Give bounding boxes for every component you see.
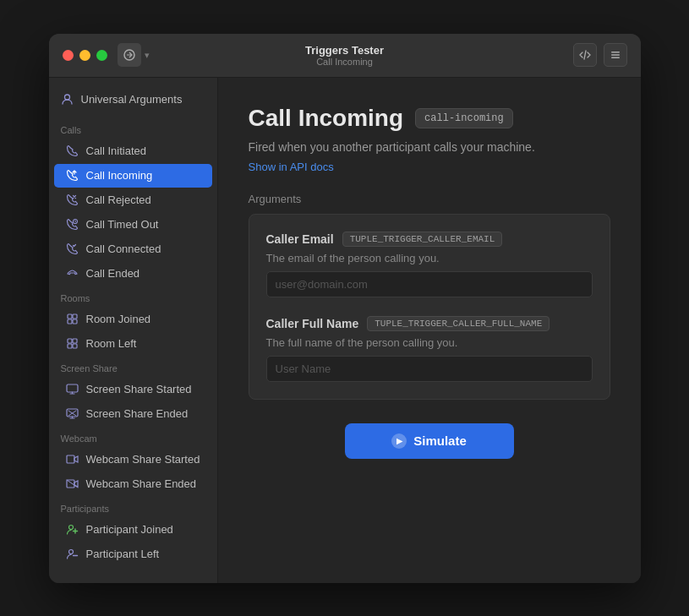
section-label-rooms: Rooms [49, 286, 217, 307]
arg-desc-caller-email: The email of the person calling you. [266, 252, 593, 264]
svg-rect-13 [73, 344, 77, 348]
maximize-button[interactable] [96, 50, 107, 61]
svg-rect-8 [68, 319, 72, 324]
svg-point-19 [69, 550, 74, 554]
titlebar-actions [573, 43, 627, 67]
argument-group-caller-fullname: Caller Full Name TUPLE_TRIGGER_CALLER_FU… [266, 316, 593, 382]
sidebar-item-participant-left-label: Participant Left [86, 548, 160, 560]
section-label-screenshare: Screen Share [49, 357, 217, 377]
window-title: Triggers Tester [305, 44, 384, 57]
arg-input-caller-fullname[interactable] [266, 356, 593, 382]
svg-point-4 [65, 95, 70, 100]
participant-joined-icon [66, 523, 79, 537]
sidebar-item-screen-share-started-label: Screen Share Started [86, 383, 192, 395]
list-view-button[interactable] [604, 43, 627, 67]
room-left-icon [66, 337, 79, 351]
sidebar: Universal Arguments Calls Call Initiated [49, 78, 218, 583]
sidebar-item-call-incoming[interactable]: Call Incoming [54, 164, 212, 188]
trigger-title: Call Incoming [249, 105, 404, 132]
titlebar-title-block: Triggers Tester Call Incoming [305, 44, 384, 67]
phone-ended-icon [66, 267, 79, 281]
participant-left-icon [66, 548, 79, 561]
svg-rect-16 [67, 455, 74, 463]
sidebar-item-screen-share-started[interactable]: Screen Share Started [54, 378, 212, 401]
svg-rect-14 [67, 384, 78, 392]
arg-name-caller-email: Caller Email [266, 232, 334, 246]
arguments-label: Arguments [249, 193, 610, 205]
code-view-button[interactable] [573, 43, 597, 67]
svg-rect-1 [611, 52, 620, 53]
arg-desc-caller-fullname: The full name of the person calling you. [266, 336, 593, 349]
svg-rect-6 [68, 314, 72, 319]
arg-header-caller-fullname: Caller Full Name TUPLE_TRIGGER_CALLER_FU… [266, 316, 593, 331]
sidebar-item-room-left-label: Room Left [86, 337, 137, 350]
arg-input-caller-email[interactable] [266, 271, 593, 297]
sidebar-item-room-left[interactable]: Room Left [54, 332, 212, 356]
sidebar-item-screen-share-ended[interactable]: Screen Share Ended [54, 402, 212, 426]
room-joined-icon [66, 313, 79, 326]
svg-rect-2 [611, 54, 620, 56]
section-label-calls: Calls [49, 118, 217, 139]
phone-timedout-icon [66, 218, 79, 232]
webcam-started-icon [66, 453, 79, 466]
app-window: ▾ Triggers Tester Call Incoming [49, 34, 641, 583]
sidebar-item-call-timedout-label: Call Timed Out [86, 218, 159, 231]
api-docs-link[interactable]: Show in API docs [249, 161, 334, 173]
play-icon: ▶ [391, 433, 407, 449]
svg-point-18 [69, 526, 74, 530]
phone-connected-icon [66, 243, 79, 256]
nav-home-icon[interactable] [118, 43, 141, 67]
sidebar-item-room-joined[interactable]: Room Joined [54, 308, 212, 331]
universal-arguments-label: Universal Arguments [81, 93, 183, 106]
close-button[interactable] [63, 50, 74, 61]
section-label-webcam: Webcam [49, 427, 217, 447]
arg-constant-caller-email: TUPLE_TRIGGER_CALLER_EMAIL [342, 232, 503, 247]
sidebar-item-webcam-started-label: Webcam Share Started [86, 453, 200, 466]
trigger-description: Fired when you another participant calls… [249, 140, 610, 154]
arg-header-caller-email: Caller Email TUPLE_TRIGGER_CALLER_EMAIL [266, 232, 593, 247]
minimize-button[interactable] [79, 50, 90, 61]
sidebar-item-call-initiated[interactable]: Call Initiated [54, 139, 212, 163]
main-panel: Call Incoming call-incoming Fired when y… [218, 78, 641, 583]
nav-controls: ▾ [118, 43, 150, 67]
sidebar-item-screen-share-ended-label: Screen Share Ended [86, 407, 189, 420]
sidebar-item-participant-joined-label: Participant Joined [86, 523, 173, 536]
sidebar-item-call-incoming-label: Call Incoming [86, 169, 153, 182]
trigger-badge: call-incoming [415, 108, 513, 128]
argument-group-caller-email: Caller Email TUPLE_TRIGGER_CALLER_EMAIL … [266, 232, 593, 297]
sidebar-item-webcam-share-ended[interactable]: Webcam Share Ended [54, 472, 212, 496]
content-area: Universal Arguments Calls Call Initiated [49, 78, 641, 583]
svg-rect-10 [68, 339, 72, 343]
arg-name-caller-fullname: Caller Full Name [266, 317, 359, 330]
sidebar-item-participant-joined[interactable]: Participant Joined [54, 518, 212, 542]
trigger-header: Call Incoming call-incoming [249, 105, 610, 132]
svg-rect-11 [73, 339, 77, 343]
sidebar-item-room-joined-label: Room Joined [86, 313, 151, 325]
sidebar-item-call-rejected-label: Call Rejected [86, 194, 151, 206]
phone-incoming-icon [66, 169, 79, 183]
sidebar-item-call-connected[interactable]: Call Connected [54, 237, 212, 261]
arg-constant-caller-fullname: TUPLE_TRIGGER_CALLER_FULL_NAME [367, 316, 550, 331]
webcam-ended-icon [66, 477, 79, 491]
titlebar: ▾ Triggers Tester Call Incoming [49, 34, 641, 78]
traffic-lights [63, 50, 107, 61]
sidebar-item-universal-arguments[interactable]: Universal Arguments [49, 88, 217, 112]
user-icon [61, 93, 74, 106]
sidebar-item-call-ended-label: Call Ended [86, 267, 140, 280]
sidebar-item-call-rejected[interactable]: Call Rejected [54, 188, 212, 212]
sidebar-item-webcam-ended-label: Webcam Share Ended [86, 477, 197, 490]
simulate-section: ▶ Simulate [249, 423, 610, 459]
sidebar-item-call-timed-out[interactable]: Call Timed Out [54, 213, 212, 237]
sidebar-item-participant-left[interactable]: Participant Left [54, 542, 212, 566]
sidebar-item-webcam-share-started[interactable]: Webcam Share Started [54, 448, 212, 472]
sidebar-item-call-ended[interactable]: Call Ended [54, 262, 212, 286]
simulate-button[interactable]: ▶ Simulate [345, 423, 514, 459]
sidebar-item-call-connected-label: Call Connected [86, 243, 161, 255]
section-label-participants: Participants [49, 497, 217, 517]
phone-rejected-icon [66, 194, 79, 207]
svg-rect-12 [68, 344, 72, 348]
arguments-card: Caller Email TUPLE_TRIGGER_CALLER_EMAIL … [249, 214, 610, 400]
arguments-section: Arguments Caller Email TUPLE_TRIGGER_CAL… [249, 193, 610, 400]
svg-rect-9 [73, 319, 77, 324]
svg-rect-3 [611, 57, 620, 59]
